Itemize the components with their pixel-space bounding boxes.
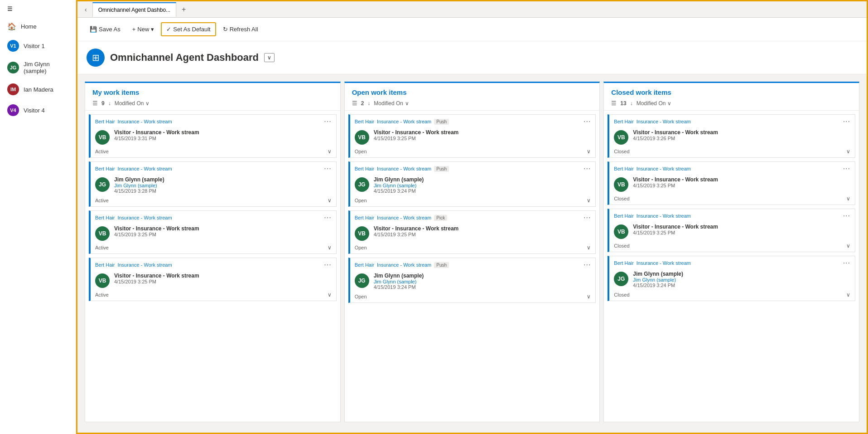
agent-name[interactable]: Bert Hair [95, 166, 115, 171]
card-status: Active [95, 245, 109, 250]
card-footer: Open ∨ [350, 195, 596, 206]
card-footer: Open ∨ [350, 243, 596, 254]
expand-button[interactable]: ∨ [587, 244, 591, 251]
sort-arrow-icon: ↓ [367, 100, 370, 107]
more-options-button[interactable]: ··· [583, 165, 591, 173]
card-status: Closed [614, 243, 629, 249]
card-time: 4/15/2019 3:25 PM [374, 232, 591, 237]
agent-name[interactable]: Bert Hair [614, 213, 633, 219]
tab-omnichannel[interactable]: Omnichannel Agent Dashbo... [92, 2, 176, 17]
refresh-all-button[interactable]: ↻ Refresh All [218, 23, 263, 36]
card-title: Visitor - Insurance - Work stream [114, 273, 332, 279]
more-options-button[interactable]: ··· [324, 214, 331, 222]
expand-button[interactable]: ∨ [846, 243, 850, 249]
sort-button-closed-work-items[interactable]: Modified On ∨ [637, 100, 672, 107]
work-stream[interactable]: Insurance - Work stream [117, 215, 172, 220]
more-options-button[interactable]: ··· [324, 261, 331, 269]
more-options-button[interactable]: ··· [583, 261, 591, 269]
expand-button[interactable]: ∨ [846, 148, 850, 155]
new-button[interactable]: + New ▾ [127, 23, 159, 36]
avatar-visitor4: V4 [7, 104, 19, 116]
agent-name[interactable]: Bert Hair [355, 166, 374, 171]
card-agents: Bert Hair Insurance - Work stream [614, 213, 691, 219]
agent-name[interactable]: Bert Hair [95, 119, 115, 124]
agent-name[interactable]: Bert Hair [614, 119, 633, 124]
sort-arrow-icon: ↓ [630, 100, 633, 107]
work-stream[interactable]: Insurance - Work stream [637, 119, 691, 124]
sidebar-item-visitor1[interactable]: V1 Visitor 1 [0, 35, 76, 56]
sort-button-open-work-items[interactable]: Modified On ∨ [374, 100, 409, 107]
save-as-button[interactable]: 💾 Save As [85, 23, 125, 36]
card-subname[interactable]: Jim Glynn (sample) [374, 279, 591, 284]
expand-button[interactable]: ∨ [328, 148, 332, 155]
expand-button[interactable]: ∨ [587, 197, 591, 204]
more-options-button[interactable]: ··· [324, 165, 331, 173]
more-options-button[interactable]: ··· [324, 117, 331, 126]
more-options-button[interactable]: ··· [843, 259, 850, 267]
card-body: JG Jim Glynn (sample) Jim Glynn (sample)… [91, 175, 336, 195]
column-title-open-work-items: Open work items [352, 88, 593, 96]
list-icon: ☰ [92, 100, 98, 107]
work-stream[interactable]: Insurance - Work stream [637, 213, 691, 219]
work-stream[interactable]: Insurance - Work stream [117, 262, 172, 268]
agent-name[interactable]: Bert Hair [355, 119, 374, 124]
list-icon: ☰ [611, 100, 617, 107]
card-status: Active [95, 149, 109, 154]
expand-button[interactable]: ∨ [328, 292, 332, 298]
more-options-button[interactable]: ··· [843, 117, 850, 126]
card-footer: Open ∨ [350, 292, 596, 302]
agent-name[interactable]: Bert Hair [355, 215, 374, 220]
card-header: Bert Hair Insurance - Work stream ··· [91, 115, 336, 127]
card-subname[interactable]: Jim Glynn (sample) [633, 277, 850, 283]
agent-name[interactable]: Bert Hair [614, 166, 633, 171]
sidebar-item-jimglynn[interactable]: JG Jim Glynn (sample) [0, 56, 76, 79]
work-stream[interactable]: Insurance - Work stream [117, 166, 172, 171]
expand-button[interactable]: ∨ [587, 293, 591, 300]
more-options-button[interactable]: ··· [583, 214, 591, 222]
more-options-button[interactable]: ··· [843, 212, 850, 220]
card-agents: Bert Hair Insurance - Work stream [95, 262, 172, 268]
card-avatar: JG [95, 177, 110, 192]
sort-dropdown-icon: ∨ [667, 100, 671, 107]
back-button[interactable]: ‹ [81, 3, 91, 16]
sort-button-my-work-items[interactable]: Modified On ∨ [115, 100, 150, 107]
card-status: Closed [614, 149, 629, 154]
sidebar-item-ianmadera[interactable]: IM Ian Madera [0, 79, 76, 100]
more-options-button[interactable]: ··· [843, 165, 850, 173]
expand-button[interactable]: ∨ [587, 148, 591, 155]
work-stream[interactable]: Insurance - Work stream [377, 166, 431, 171]
sidebar-item-home[interactable]: 🏠 Home [0, 18, 76, 35]
badge-label: Pick [434, 215, 447, 221]
work-stream[interactable]: Insurance - Work stream [377, 262, 431, 268]
agent-name[interactable]: Bert Hair [95, 215, 115, 220]
work-stream[interactable]: Insurance - Work stream [637, 166, 691, 171]
expand-button[interactable]: ∨ [846, 195, 850, 202]
hamburger-menu[interactable]: ☰ [0, 0, 76, 18]
agent-name[interactable]: Bert Hair [614, 260, 633, 266]
work-stream[interactable]: Insurance - Work stream [117, 119, 172, 124]
dashboard-dropdown-button[interactable]: ∨ [264, 53, 275, 62]
card-subname[interactable]: Jim Glynn (sample) [374, 183, 591, 188]
sidebar-item-visitor4[interactable]: V4 Visitor 4 [0, 100, 76, 121]
card-title: Visitor - Insurance - Work stream [114, 225, 332, 232]
expand-button[interactable]: ∨ [846, 292, 850, 298]
card-title: Visitor - Insurance - Work stream [633, 224, 850, 230]
agent-name[interactable]: Bert Hair [355, 262, 374, 268]
work-stream[interactable]: Insurance - Work stream [377, 119, 431, 124]
work-stream[interactable]: Insurance - Work stream [377, 215, 431, 220]
work-card: Bert Hair Insurance - Work stream Push ·… [348, 114, 596, 158]
add-tab-button[interactable]: + [178, 4, 189, 15]
more-options-button[interactable]: ··· [583, 117, 591, 126]
expand-button[interactable]: ∨ [328, 197, 332, 204]
home-icon: 🏠 [7, 22, 16, 31]
agent-name[interactable]: Bert Hair [95, 262, 115, 268]
column-closed-work-items: Closed work items ☰ 13 ↓ Modified On ∨ B… [603, 82, 859, 422]
grid-icon: ⊞ [92, 52, 100, 63]
set-as-default-button[interactable]: ✓ Set As Default [161, 22, 216, 36]
work-stream[interactable]: Insurance - Work stream [637, 260, 691, 266]
new-icon: + [132, 26, 136, 33]
expand-button[interactable]: ∨ [328, 244, 332, 251]
card-status: Open [355, 149, 367, 154]
card-status: Active [95, 292, 109, 297]
card-subname[interactable]: Jim Glynn (sample) [114, 183, 332, 188]
